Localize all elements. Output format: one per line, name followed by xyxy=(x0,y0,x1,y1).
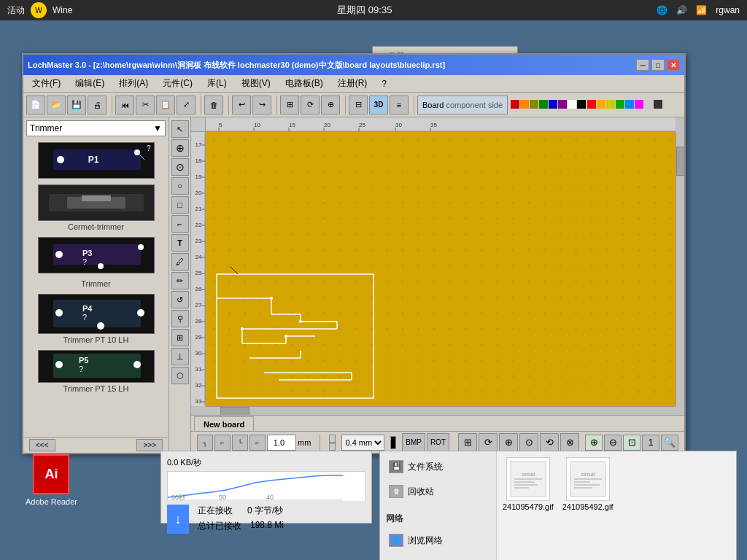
swatch-cyan[interactable] xyxy=(625,100,634,109)
fm-item-trash[interactable]: 🗑 回收站 xyxy=(386,482,490,501)
globe-icon[interactable]: 🌐 xyxy=(657,5,667,15)
swatch-blue[interactable] xyxy=(549,100,557,109)
swatch-purple[interactable] xyxy=(558,100,567,109)
bmp-button[interactable]: BMP xyxy=(402,433,425,452)
menu-file[interactable]: 文件(F) xyxy=(26,76,66,91)
angle-input[interactable] xyxy=(267,435,296,451)
tb-cut[interactable]: ✂ xyxy=(136,96,155,114)
adobe-reader-icon[interactable]: Ai Adobe Reader xyxy=(26,454,77,506)
horizontal-scrollbar[interactable] xyxy=(206,406,676,415)
menu-board[interactable]: 电路板(B) xyxy=(279,76,329,91)
tab-new-board[interactable]: New board xyxy=(194,416,254,431)
menu-edit[interactable]: 编辑(E) xyxy=(69,76,110,91)
tb-delete[interactable]: 🗑 xyxy=(204,96,223,114)
tool-rotate[interactable]: ↺ xyxy=(171,291,189,308)
zoom-fit-btn[interactable]: ⊡ xyxy=(623,435,640,451)
swatch-pink[interactable] xyxy=(635,100,643,109)
swatch-yellow[interactable] xyxy=(530,100,538,109)
nav-next-button[interactable]: >>> xyxy=(136,439,163,451)
vertical-scrollbar[interactable] xyxy=(676,132,684,406)
swatch-gray[interactable] xyxy=(644,100,653,109)
swatch-orange[interactable] xyxy=(520,100,529,109)
zoom-out-btn[interactable]: ⊖ xyxy=(604,435,622,451)
action-btn-2[interactable]: ⟳ xyxy=(479,433,498,452)
tb-new[interactable]: 📄 xyxy=(26,96,45,114)
board-canvas-container[interactable]: 5 10 15 20 25 30 35 xyxy=(191,117,684,415)
tool-text[interactable]: T xyxy=(171,234,189,252)
tb-print[interactable]: 🖨 xyxy=(88,96,107,114)
list-item[interactable]: P4 ? Trimmer PT 10 LH xyxy=(26,294,166,344)
close-button[interactable]: ✕ xyxy=(667,59,680,71)
fm-thumbnail-2[interactable]: circuit 241095492.gif xyxy=(562,457,614,511)
tb-connect[interactable]: ⟳ xyxy=(301,96,320,114)
tb-grid[interactable]: ⊟ xyxy=(349,96,368,114)
list-item[interactable]: P3 ? xyxy=(26,237,166,273)
tool-circle[interactable]: ○ xyxy=(171,177,189,195)
color-picker-box[interactable] xyxy=(390,436,396,449)
maximize-button[interactable]: □ xyxy=(651,59,665,71)
fm-item-network[interactable]: 🌐 浏览网络 xyxy=(386,531,490,550)
scroll-thumb-h[interactable] xyxy=(220,407,249,415)
tb-redo[interactable]: ↪ xyxy=(252,96,271,114)
tb-split[interactable]: ⊕ xyxy=(321,96,340,114)
tb-3d[interactable]: 3D xyxy=(369,96,388,114)
menu-view[interactable]: 视图(V) xyxy=(236,76,276,91)
menu-help[interactable]: ? xyxy=(376,77,392,90)
angle-135[interactable]: ⌐ xyxy=(249,435,266,451)
zoom-custom-btn[interactable]: 🔍 xyxy=(661,435,678,451)
swatch-dark[interactable] xyxy=(654,100,662,109)
fm-item-filesystem[interactable]: 💾 文件系统 xyxy=(386,457,490,476)
tb-start[interactable]: ⏮ xyxy=(115,96,134,114)
action-btn-5[interactable]: ⟲ xyxy=(540,433,559,452)
action-btn-4[interactable]: ⊙ xyxy=(519,433,538,452)
scroll-thumb-v[interactable] xyxy=(676,147,684,176)
action-btn-6[interactable]: ⊗ xyxy=(560,433,579,452)
tool-pin[interactable]: ⚲ xyxy=(171,310,189,327)
tb-open[interactable]: 📂 xyxy=(47,96,66,114)
wine-icon[interactable]: W xyxy=(31,2,47,18)
menu-component[interactable]: 元件(C) xyxy=(157,76,198,91)
swatch-white[interactable] xyxy=(568,100,576,109)
activities-label[interactable]: 活动 xyxy=(7,4,25,17)
tool-rect[interactable]: □ xyxy=(171,196,189,214)
swatch-green[interactable] xyxy=(539,100,548,109)
tb-layers[interactable]: ≡ xyxy=(390,96,409,114)
tool-zoom-in[interactable]: ⊕ xyxy=(171,139,189,157)
list-item[interactable]: Trimmer xyxy=(26,279,166,288)
volume-icon[interactable]: 🔊 xyxy=(676,5,687,15)
tb-undo[interactable]: ↩ xyxy=(232,96,251,114)
angle-0[interactable]: ┐ xyxy=(197,435,213,451)
swatch-yellow2[interactable] xyxy=(606,100,615,109)
tb-comp-prev[interactable]: ⊞ xyxy=(280,96,299,114)
menu-arrange[interactable]: 排列(A) xyxy=(113,76,154,91)
action-btn-1[interactable]: ⊞ xyxy=(458,433,477,452)
tool-polyline[interactable]: ⌐ xyxy=(171,215,189,233)
component-dropdown[interactable]: Trimmer ▼ xyxy=(26,120,166,136)
zoom-1to1-btn[interactable]: 1 xyxy=(642,435,659,451)
tool-component[interactable]: ⊞ xyxy=(171,329,189,346)
list-item[interactable]: P1 ? xyxy=(26,142,166,179)
swatch-black[interactable] xyxy=(577,100,586,109)
tool-measure[interactable]: ⊥ xyxy=(171,348,189,365)
rot-button[interactable]: ROT xyxy=(427,433,449,452)
nav-prev-button[interactable]: <<< xyxy=(29,439,55,451)
list-item[interactable]: Cermet-trimmer xyxy=(26,184,166,231)
angle-90[interactable]: └ xyxy=(232,435,248,451)
list-item[interactable]: P5 ? Trimmer PT 15 LH xyxy=(26,350,166,393)
tb-mirror[interactable]: ⤢ xyxy=(177,96,196,114)
width-select[interactable]: 0.4 mm xyxy=(341,435,384,451)
zoom-in-btn[interactable]: ⊕ xyxy=(585,435,603,451)
menu-register[interactable]: 注册(R) xyxy=(332,76,374,91)
angle-45[interactable]: ⌐ xyxy=(214,435,231,451)
menu-library[interactable]: 库(L) xyxy=(201,76,233,91)
fm-thumbnail-1[interactable]: circuit 241095479.gif xyxy=(503,457,554,511)
tb-save[interactable]: 💾 xyxy=(67,96,86,114)
swatch-red[interactable] xyxy=(511,100,519,109)
tool-zoom-custom[interactable]: ⊙ xyxy=(171,158,189,176)
wifi-icon[interactable]: 📶 xyxy=(696,5,707,15)
tool-select[interactable]: ↖ xyxy=(171,120,189,138)
swatch-green2[interactable] xyxy=(616,100,624,109)
tool-trace[interactable]: 🖊 xyxy=(171,253,189,271)
tool-pencil[interactable]: ✏ xyxy=(171,272,189,289)
tool-drill[interactable]: ⬡ xyxy=(171,367,189,384)
